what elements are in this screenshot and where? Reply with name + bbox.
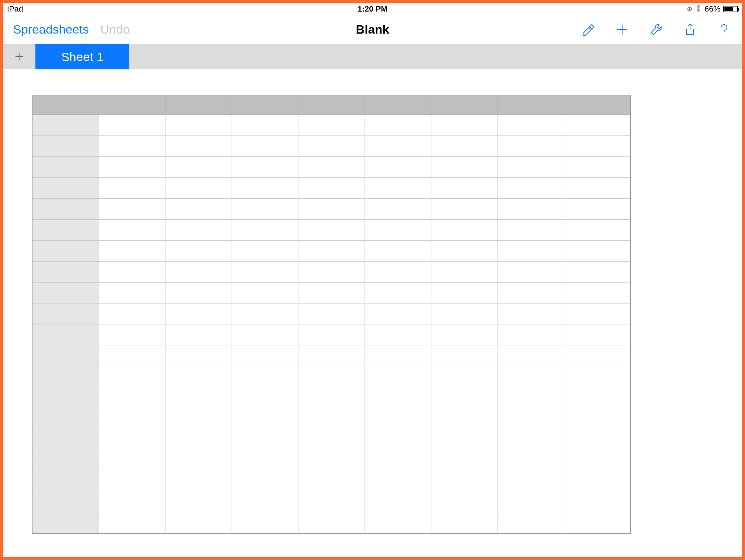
- cell[interactable]: [298, 408, 365, 429]
- row-header[interactable]: [32, 492, 99, 513]
- cell[interactable]: [165, 324, 232, 345]
- cell[interactable]: [365, 345, 431, 366]
- cell[interactable]: [298, 198, 365, 219]
- cell[interactable]: [365, 261, 431, 282]
- cell[interactable]: [498, 198, 564, 219]
- cell[interactable]: [232, 408, 298, 429]
- cell[interactable]: [365, 324, 431, 345]
- cell[interactable]: [564, 282, 630, 303]
- add-sheet-button[interactable]: [3, 44, 35, 69]
- cell[interactable]: [365, 240, 431, 261]
- cell[interactable]: [498, 345, 564, 366]
- cell[interactable]: [165, 471, 232, 492]
- row-header[interactable]: [32, 387, 99, 408]
- cell[interactable]: [165, 261, 232, 282]
- row-header[interactable]: [32, 198, 99, 219]
- cell[interactable]: [564, 156, 630, 177]
- cell[interactable]: [298, 513, 365, 534]
- cell[interactable]: [298, 387, 365, 408]
- cell[interactable]: [431, 471, 498, 492]
- cell[interactable]: [298, 345, 365, 366]
- cell[interactable]: [498, 282, 564, 303]
- column-header[interactable]: [498, 95, 564, 115]
- cell[interactable]: [99, 177, 165, 198]
- cell[interactable]: [564, 450, 630, 471]
- row-header[interactable]: [32, 429, 99, 450]
- column-header[interactable]: [431, 95, 498, 115]
- cell[interactable]: [365, 408, 431, 429]
- cell[interactable]: [165, 492, 232, 513]
- column-header[interactable]: [564, 95, 630, 115]
- cell[interactable]: [431, 135, 498, 156]
- cell[interactable]: [431, 513, 498, 534]
- cell[interactable]: [99, 135, 165, 156]
- cell[interactable]: [564, 408, 630, 429]
- cell[interactable]: [298, 135, 365, 156]
- cell[interactable]: [298, 366, 365, 387]
- cell[interactable]: [564, 115, 630, 135]
- cell[interactable]: [99, 219, 165, 240]
- cell[interactable]: [232, 429, 298, 450]
- cell[interactable]: [498, 303, 564, 324]
- cell[interactable]: [232, 156, 298, 177]
- tools-wrench-icon[interactable]: [648, 22, 664, 38]
- cell[interactable]: [99, 282, 165, 303]
- cell[interactable]: [298, 261, 365, 282]
- column-header[interactable]: [165, 95, 232, 115]
- cell[interactable]: [99, 450, 165, 471]
- cell[interactable]: [564, 261, 630, 282]
- cell[interactable]: [365, 366, 431, 387]
- cell[interactable]: [498, 366, 564, 387]
- cell[interactable]: [431, 156, 498, 177]
- cell[interactable]: [298, 240, 365, 261]
- row-header[interactable]: [32, 240, 99, 261]
- cell[interactable]: [99, 408, 165, 429]
- row-header[interactable]: [32, 471, 99, 492]
- cell[interactable]: [431, 429, 498, 450]
- cell[interactable]: [498, 450, 564, 471]
- cell[interactable]: [564, 324, 630, 345]
- sheet-tab-active[interactable]: Sheet 1: [35, 44, 129, 69]
- cell[interactable]: [99, 324, 165, 345]
- cell[interactable]: [365, 387, 431, 408]
- cell[interactable]: [365, 471, 431, 492]
- cell[interactable]: [564, 513, 630, 534]
- cell[interactable]: [431, 324, 498, 345]
- cell[interactable]: [498, 219, 564, 240]
- cell[interactable]: [564, 198, 630, 219]
- column-header[interactable]: [365, 95, 431, 115]
- cell[interactable]: [431, 366, 498, 387]
- column-header[interactable]: [232, 95, 298, 115]
- cell[interactable]: [232, 261, 298, 282]
- row-header[interactable]: [32, 345, 99, 366]
- cell[interactable]: [232, 513, 298, 534]
- cell[interactable]: [564, 303, 630, 324]
- cell[interactable]: [165, 177, 232, 198]
- cell[interactable]: [99, 387, 165, 408]
- row-header[interactable]: [32, 303, 99, 324]
- cell[interactable]: [365, 492, 431, 513]
- column-header[interactable]: [99, 95, 165, 115]
- column-header[interactable]: [298, 95, 365, 115]
- cell[interactable]: [498, 387, 564, 408]
- cell[interactable]: [431, 282, 498, 303]
- cell[interactable]: [298, 471, 365, 492]
- spreadsheets-back-button[interactable]: Spreadsheets: [13, 22, 89, 36]
- cell[interactable]: [365, 303, 431, 324]
- cell[interactable]: [498, 492, 564, 513]
- cell[interactable]: [165, 219, 232, 240]
- cell[interactable]: [498, 324, 564, 345]
- cell[interactable]: [165, 240, 232, 261]
- cell[interactable]: [298, 324, 365, 345]
- cell[interactable]: [232, 282, 298, 303]
- cell[interactable]: [564, 219, 630, 240]
- cell[interactable]: [431, 261, 498, 282]
- cell[interactable]: [498, 513, 564, 534]
- cell[interactable]: [365, 450, 431, 471]
- undo-button[interactable]: Undo: [100, 22, 130, 36]
- cell[interactable]: [232, 387, 298, 408]
- cell[interactable]: [431, 492, 498, 513]
- row-header[interactable]: [32, 156, 99, 177]
- cell[interactable]: [365, 219, 431, 240]
- cell[interactable]: [99, 240, 165, 261]
